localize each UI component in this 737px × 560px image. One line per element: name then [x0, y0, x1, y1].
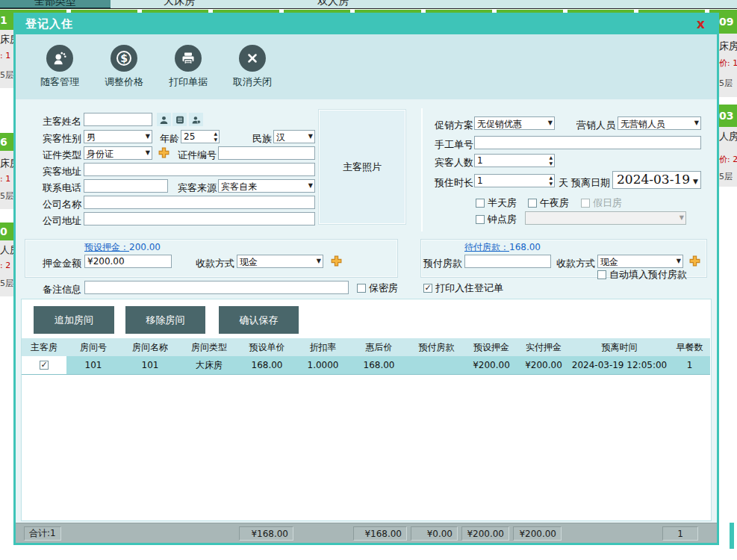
disc-price-cell: 168.00 [350, 356, 408, 374]
sales-person-select[interactable]: 无营销人员▼ [618, 116, 701, 130]
deposit-amount-label: 押金金额 [43, 257, 81, 270]
room-card: 人房 : 2 5层 [0, 240, 13, 296]
dialog-toolbar: 随客管理 $ 调整价格 打印单据 取消关闭 [16, 34, 717, 99]
id-card-reader-icon[interactable] [172, 113, 187, 126]
main-room-checkbox[interactable]: ✓ [40, 361, 49, 370]
prepay-cell [408, 356, 465, 374]
promo-select[interactable]: 无促销优惠▼ [474, 116, 555, 130]
age-stepper[interactable]: 25▲▼ [181, 130, 220, 143]
midnight-checkbox[interactable]: 午夜房 [528, 196, 569, 210]
form-divider [421, 108, 423, 231]
chevron-down-icon: ▼ [694, 119, 699, 126]
deposit-method-label: 收款方式 [196, 257, 234, 270]
chevron-down-icon: ▼ [308, 182, 313, 189]
name-input[interactable] [84, 113, 152, 126]
guests-icon [46, 45, 73, 72]
close-icon[interactable]: x [697, 16, 705, 31]
manual-order-label: 手工单号 [435, 138, 473, 152]
adjust-price-button[interactable]: $ 调整价格 [98, 45, 150, 89]
cancel-close-button[interactable]: 取消关闭 [226, 45, 279, 89]
chevron-down-icon: ▼ [308, 133, 313, 140]
id-type-label: 证件类型 [43, 149, 81, 162]
add-payment-method-icon[interactable] [688, 255, 701, 267]
age-label: 年龄 [160, 132, 179, 146]
guest-photo-label: 主客照片 [343, 161, 382, 174]
deposit-amount-input[interactable]: ¥200.00 [84, 255, 172, 268]
company-name-input[interactable] [84, 196, 315, 209]
dialog-titlebar: 登记入住 x [16, 15, 717, 34]
tab-all-types[interactable]: 全部类型 [0, 0, 111, 9]
guest-photo-panel: 主客照片 [319, 110, 405, 224]
due-payment-text: 待付房款：168.00 [464, 241, 541, 254]
room-management-screen: 全部类型 大床房 双人房 1 床房 : 1 5层 6 床房 : 1 5层 0 人… [0, 0, 737, 560]
sales-person-label: 营销人员 [576, 119, 615, 132]
chevron-down-icon: ▼ [680, 214, 684, 221]
room-card: 床房 : 1 5层 [0, 151, 13, 209]
tab-double-room[interactable]: 双人房 [296, 0, 370, 9]
add-room-button[interactable]: 追加房间 [34, 306, 114, 334]
dialog-title: 登记入住 [25, 17, 73, 31]
prepay-input[interactable] [464, 255, 551, 268]
chevron-down-icon: ▼ [677, 258, 681, 264]
phone-input[interactable] [84, 179, 168, 193]
guest-count-stepper[interactable]: 1▲▼ [474, 154, 555, 167]
totals-bar: 合计:1 ¥168.00 ¥168.00 ¥0.00 ¥200.00 ¥200.… [16, 523, 717, 543]
prepay-label: 预付房款 [423, 257, 462, 270]
guest-source-select[interactable]: 宾客自来▼ [218, 179, 315, 193]
deposit-method-select[interactable]: 现金▼ [237, 255, 323, 268]
total-count: 合计:1 [24, 526, 61, 541]
col-header: 预设单价 [238, 338, 296, 356]
company-address-input[interactable] [84, 212, 315, 225]
add-deposit-method-icon[interactable] [330, 255, 343, 267]
depart-date-picker[interactable]: 2024-03-19▼ [612, 171, 701, 189]
guest-count-label: 宾客人数 [435, 156, 473, 169]
holiday-checkbox: 假日房 [581, 196, 622, 210]
guest-lookup-icon[interactable] [157, 113, 171, 126]
spinner-arrows-icon[interactable]: ▲▼ [549, 155, 553, 167]
spinner-arrows-icon[interactable]: ▲▼ [214, 131, 217, 143]
guest-address-input[interactable] [84, 163, 315, 176]
secret-room-checkbox[interactable]: 保密房 [357, 281, 398, 295]
room-card: 床房 价: 1 5层 [719, 34, 737, 97]
guest-history-icon[interactable] [189, 113, 203, 126]
room-card-header: 6 [0, 133, 13, 151]
spinner-arrows-icon[interactable]: ▲▼ [549, 175, 553, 187]
manual-order-input[interactable] [474, 136, 701, 149]
chevron-down-icon: ▼ [317, 258, 321, 264]
preset-deposit-cell: ¥200.00 [465, 356, 517, 374]
col-header: 折扣率 [296, 338, 350, 356]
room-card: 人房 价: 2 5层 [719, 127, 737, 187]
paid-deposit-total: ¥200.00 [513, 526, 562, 541]
stay-duration-stepper[interactable]: 1▲▼ [474, 174, 555, 187]
window-frame-fragment [730, 523, 734, 549]
room-card-header: 09 [719, 10, 737, 34]
confirm-save-button[interactable]: 确认保存 [219, 306, 299, 334]
gender-select[interactable]: 男▼ [84, 130, 152, 143]
remove-room-button[interactable]: 移除房间 [125, 306, 205, 334]
add-id-type-icon[interactable] [158, 146, 170, 159]
ethnic-select[interactable]: 汉▼ [273, 130, 315, 143]
chevron-down-icon: ▼ [146, 149, 150, 156]
room-table-panel [21, 299, 712, 521]
print-registration-checkbox[interactable]: ✓打印入住登记单 [423, 281, 503, 295]
autofill-prepay-checkbox[interactable]: 自动填入预付房款 [597, 268, 687, 281]
col-header: 实付押金 [517, 338, 570, 356]
tab-big-bed-room[interactable]: 大床房 [142, 0, 217, 9]
company-name-label: 公司名称 [43, 198, 81, 211]
id-type-select[interactable]: 身份证▼ [84, 146, 152, 160]
guest-management-button[interactable]: 随客管理 [34, 45, 86, 89]
price-icon: $ [111, 45, 137, 72]
table-row[interactable]: ✓ 101 101 大床房 168.00 1.0000 168.00 ¥200.… [22, 356, 710, 375]
payment-method-select[interactable]: 现金▼ [597, 255, 683, 268]
room-card: 床房 : 1 5层 [0, 30, 13, 88]
id-number-input[interactable] [218, 146, 315, 160]
remark-input[interactable] [84, 281, 349, 294]
print-receipt-button[interactable]: 打印单据 [162, 45, 214, 89]
hourly-room-checkbox[interactable]: 钟点房 [476, 213, 517, 226]
preset-deposit-text: 预设押金：200.00 [84, 241, 161, 254]
unit-price-cell: 168.00 [238, 356, 296, 374]
room-type-tabbar: 全部类型 大床房 双人房 [0, 0, 737, 9]
half-day-checkbox[interactable]: 半天房 [476, 196, 517, 210]
room-card-header: 0 [0, 223, 13, 240]
gender-label: 宾客性别 [43, 132, 81, 146]
